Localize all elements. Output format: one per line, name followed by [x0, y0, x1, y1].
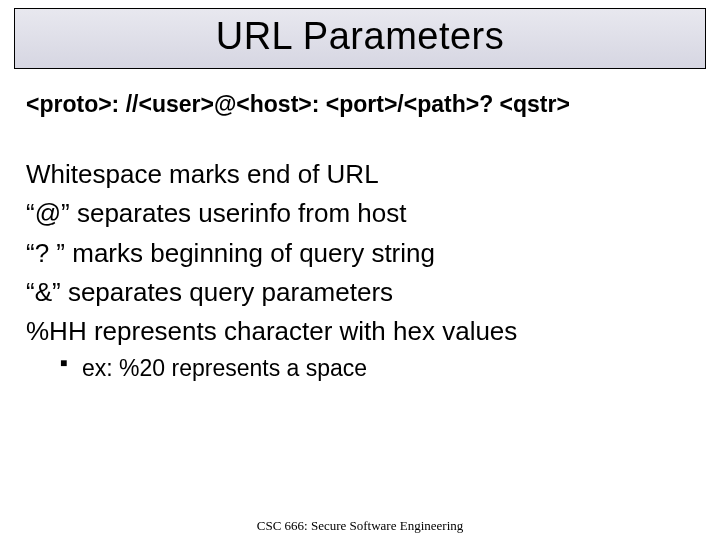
line-question-mark: “? ” marks beginning of query string — [26, 237, 694, 270]
slide-title: URL Parameters — [15, 15, 705, 58]
line-percent-hh: %HH represents character with hex values — [26, 315, 694, 348]
slide-footer: CSC 666: Secure Software Engineering — [0, 518, 720, 534]
body-lines: Whitespace marks end of URL “@” separate… — [26, 158, 694, 348]
slide-content: <proto>: //<user>@<host>: <port>/<path>?… — [0, 69, 720, 384]
line-at-separator: “@” separates userinfo from host — [26, 197, 694, 230]
sub-item-example: ex: %20 represents a space — [60, 354, 694, 384]
line-whitespace: Whitespace marks end of URL — [26, 158, 694, 191]
url-syntax-line: <proto>: //<user>@<host>: <port>/<path>?… — [26, 91, 694, 118]
slide: URL Parameters <proto>: //<user>@<host>:… — [0, 8, 720, 540]
sub-list: ex: %20 represents a space — [60, 354, 694, 384]
title-box: URL Parameters — [14, 8, 706, 69]
line-ampersand: “&” separates query parameters — [26, 276, 694, 309]
